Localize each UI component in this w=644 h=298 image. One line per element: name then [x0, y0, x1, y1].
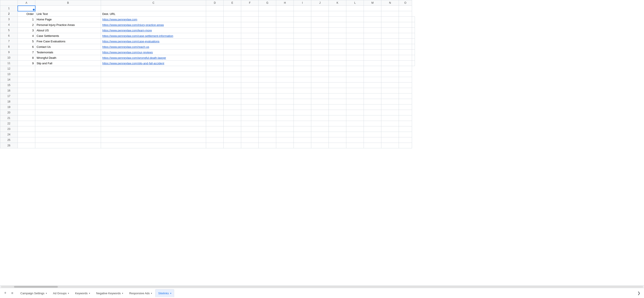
cell-empty-26-1[interactable]	[35, 143, 101, 148]
col-header-e[interactable]: E	[224, 0, 241, 6]
cell-empty-3-0[interactable]	[206, 17, 224, 22]
cell-empty-13-3[interactable]	[206, 72, 224, 77]
cell-empty-6-7[interactable]	[329, 33, 346, 39]
cell-k2[interactable]	[329, 11, 346, 17]
cell-n1[interactable]	[381, 6, 399, 11]
col-header-k[interactable]: K	[329, 0, 346, 6]
cell-empty-12-0[interactable]	[18, 66, 35, 72]
cell-empty-17-2[interactable]	[101, 93, 206, 99]
cell-empty-17-10[interactable]	[329, 93, 346, 99]
tab-scroll-right-button[interactable]: ❯	[635, 290, 642, 297]
col-header-f[interactable]: F	[241, 0, 259, 6]
cell-empty-6-9[interactable]	[364, 33, 381, 39]
cell-empty-17-8[interactable]	[294, 93, 311, 99]
cell-empty-13-8[interactable]	[294, 72, 311, 77]
cell-empty-19-7[interactable]	[276, 104, 294, 110]
col-header-b[interactable]: B	[35, 0, 101, 6]
cell-empty-15-0[interactable]	[18, 82, 35, 88]
cell-empty-19-4[interactable]	[224, 104, 241, 110]
cell-a9-order[interactable]: 7	[18, 50, 35, 55]
cell-empty-23-13[interactable]	[381, 126, 399, 132]
cell-b11-linktext[interactable]: Slip and Fall	[35, 61, 101, 66]
cell-empty-5-0[interactable]	[206, 28, 224, 33]
cell-a1[interactable]	[18, 6, 35, 11]
cell-empty-8-11[interactable]	[399, 44, 412, 50]
cell-empty-9-12[interactable]	[412, 50, 415, 55]
cell-empty-8-12[interactable]	[412, 44, 415, 50]
cell-empty-19-1[interactable]	[35, 104, 101, 110]
cell-empty-25-13[interactable]	[381, 137, 399, 143]
cell-empty-4-6[interactable]	[311, 22, 329, 28]
cell-empty-6-6[interactable]	[311, 33, 329, 39]
cell-empty-12-10[interactable]	[329, 66, 346, 72]
cell-empty-23-12[interactable]	[364, 126, 381, 132]
cell-empty-7-2[interactable]	[241, 39, 259, 44]
cell-empty-9-4[interactable]	[276, 50, 294, 55]
cell-empty-21-8[interactable]	[294, 115, 311, 121]
cell-empty-15-8[interactable]	[294, 82, 311, 88]
cell-a11-order[interactable]: 9	[18, 61, 35, 66]
cell-empty-13-13[interactable]	[381, 72, 399, 77]
cell-b5-linktext[interactable]: About US	[35, 28, 101, 33]
cell-empty-17-6[interactable]	[259, 93, 276, 99]
cell-empty-8-5[interactable]	[294, 44, 311, 50]
cell-empty-8-8[interactable]	[346, 44, 364, 50]
cell-g1[interactable]	[259, 6, 276, 11]
sheet-menu-button[interactable]: ≡	[9, 290, 16, 297]
cell-empty-10-7[interactable]	[329, 55, 346, 61]
cell-a10-order[interactable]: 8	[18, 55, 35, 61]
cell-empty-18-3[interactable]	[206, 99, 224, 104]
cell-empty-16-7[interactable]	[276, 88, 294, 93]
cell-empty-26-11[interactable]	[346, 143, 364, 148]
cell-h2[interactable]	[276, 11, 294, 17]
cell-empty-18-4[interactable]	[224, 99, 241, 104]
cell-empty-5-5[interactable]	[294, 28, 311, 33]
cell-empty-22-14[interactable]	[399, 121, 412, 126]
cell-empty-25-4[interactable]	[224, 137, 241, 143]
cell-empty-15-11[interactable]	[346, 82, 364, 88]
cell-empty-13-7[interactable]	[276, 72, 294, 77]
cell-empty-26-9[interactable]	[311, 143, 329, 148]
cell-empty-21-9[interactable]	[311, 115, 329, 121]
cell-empty-20-3[interactable]	[206, 110, 224, 115]
cell-empty-6-11[interactable]	[399, 33, 412, 39]
cell-l2[interactable]	[346, 11, 364, 17]
cell-empty-26-2[interactable]	[101, 143, 206, 148]
cell-empty-15-2[interactable]	[101, 82, 206, 88]
cell-empty-16-2[interactable]	[101, 88, 206, 93]
cell-empty-10-12[interactable]	[412, 55, 415, 61]
cell-empty-7-0[interactable]	[206, 39, 224, 44]
cell-a4-order[interactable]: 2	[18, 22, 35, 28]
cell-empty-22-10[interactable]	[329, 121, 346, 126]
cell-empty-16-11[interactable]	[346, 88, 364, 93]
cell-empty-5-10[interactable]	[381, 28, 399, 33]
cell-b9-linktext[interactable]: Testemonials	[35, 50, 101, 55]
cell-empty-10-3[interactable]	[259, 55, 276, 61]
cell-empty-25-5[interactable]	[241, 137, 259, 143]
cell-empty-15-4[interactable]	[224, 82, 241, 88]
cell-empty-12-1[interactable]	[35, 66, 101, 72]
cell-empty-16-6[interactable]	[259, 88, 276, 93]
cell-empty-20-4[interactable]	[224, 110, 241, 115]
cell-empty-17-14[interactable]	[399, 93, 412, 99]
cell-empty-6-2[interactable]	[241, 33, 259, 39]
cell-empty-21-14[interactable]	[399, 115, 412, 121]
cell-empty-9-1[interactable]	[224, 50, 241, 55]
col-header-a[interactable]: A	[18, 0, 35, 6]
cell-empty-14-1[interactable]	[35, 77, 101, 82]
cell-a6-order[interactable]: 4	[18, 33, 35, 39]
cell-empty-26-8[interactable]	[294, 143, 311, 148]
cell-c5-url[interactable]: https://www.penneylaw.com/learn-more	[101, 28, 206, 33]
col-header-i[interactable]: I	[294, 0, 311, 6]
cell-empty-26-6[interactable]	[259, 143, 276, 148]
cell-b4-linktext[interactable]: Personal Injury Practice Areas	[35, 22, 101, 28]
cell-empty-11-12[interactable]	[412, 61, 415, 66]
cell-empty-8-1[interactable]	[224, 44, 241, 50]
cell-empty-21-7[interactable]	[276, 115, 294, 121]
cell-empty-24-7[interactable]	[276, 132, 294, 137]
cell-empty-20-5[interactable]	[241, 110, 259, 115]
cell-empty-20-0[interactable]	[18, 110, 35, 115]
cell-b10-linktext[interactable]: Wrongful Death	[35, 55, 101, 61]
cell-empty-4-11[interactable]	[399, 22, 412, 28]
cell-empty-23-4[interactable]	[224, 126, 241, 132]
